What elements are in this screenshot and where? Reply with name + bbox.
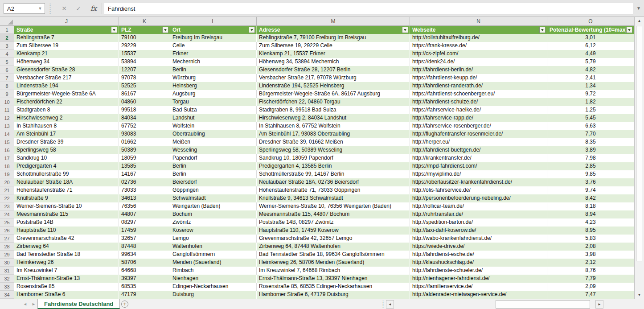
row-number[interactable]: 29 [0,251,14,259]
formula-bar-handle[interactable]: ⋮⋮ [47,3,53,14]
filter-icon[interactable] [111,27,117,33]
cell-adresse[interactable]: Grevenmarschstraße 42, 32657 Lemgo [257,235,410,243]
cell-webseite[interactable]: http://cs-zipfel.com/ [410,50,547,58]
cell-ort[interactable]: Berlin [170,66,257,74]
cell-adresse[interactable]: Rehlingstraße 7, 79100 Freiburg Im Breis… [257,34,410,42]
vscroll-up-icon[interactable]: ▲ [635,17,644,25]
cell-webseite[interactable]: http://rollstuhltaxifreiburg.de/ [410,34,547,42]
cell-plz[interactable]: 47179 [119,291,170,299]
cell-strasse[interactable]: Meesmannstraße 115 [14,210,119,218]
cell-plz[interactable]: 14167 [119,170,170,178]
row-number[interactable]: 19 [0,170,14,178]
cell-ort[interactable]: Rimbach [170,267,257,275]
cell-rating[interactable]: 3,76 [547,178,634,186]
cell-plz[interactable]: 34613 [119,194,170,202]
cell-plz[interactable]: 44807 [119,210,170,218]
cell-strasse[interactable]: Ernst-Thälmann-Straße 13 [14,275,119,283]
cell-ort[interactable]: Erkner [170,50,257,58]
cell-rating[interactable]: 2,41 [547,74,634,82]
cell-strasse[interactable]: Im Kreuzwinkel 7 [14,267,119,275]
cell-ort[interactable]: Landshut [170,114,257,122]
vscroll-down-icon[interactable]: ▼ [635,291,644,299]
cell-adresse[interactable]: Neulaubaer Straße 18A, 02736 Beiersdorf [257,178,410,186]
cell-plz[interactable]: 02736 [119,178,170,186]
cell-webseite[interactable]: http://fahrdienst-randerath.de/ [410,82,547,90]
cell-ort[interactable]: Bochum [170,210,257,218]
cell-webseite[interactable]: http://klaushuckschlag.de/ [410,259,547,267]
insert-function-icon[interactable]: fx [87,3,100,14]
cell-webseite[interactable]: http://fahrdienst-berlin.de/ [410,66,547,74]
hscroll-thumb[interactable] [496,300,590,309]
cell-strasse[interactable]: Rehlingstraße 7 [14,34,119,42]
hscroll-left-icon[interactable]: ◄ [386,300,394,309]
tab-scroll-handle[interactable]: ⋮⋮ [381,301,386,307]
cell-strasse[interactable]: Knüllstraße 9 [14,194,119,202]
cell-plz[interactable]: 13585 [119,162,170,170]
cell-plz[interactable]: 87448 [119,243,170,251]
cell-adresse[interactable]: Versbacher Straße 217, 97078 Würzburg [257,74,410,82]
cell-strasse[interactable]: Poststraße 14B [14,218,119,227]
row-number[interactable]: 2 [0,34,14,42]
cell-webseite[interactable]: http://wabo-krankenfahrdienst.de/ [410,235,547,243]
header-cell-adresse[interactable]: Adresse [257,26,410,34]
cell-webseite[interactable]: http://spedition-barton.de/ [410,218,547,227]
cell-strasse[interactable]: Bad Tennstedter Straße 18 [14,251,119,259]
cell-rating[interactable]: 8,76 [547,267,634,275]
cell-webseite[interactable]: http://rollicar-team.de/ [410,202,547,210]
cell-strasse[interactable]: Sandkrug 10 [14,154,119,162]
cell-rating[interactable]: 3,01 [547,34,634,42]
cell-adresse[interactable]: Zum Silbersee 19, 29229 Celle [257,42,410,50]
cell-webseite[interactable]: https://fahrdienst-schoenberger.eu/ [410,90,547,98]
row-number[interactable]: 34 [0,291,14,299]
cell-ort[interactable]: Celle [170,42,257,50]
formula-expand-icon[interactable]: ▼ [635,4,643,12]
row-number[interactable]: 4 [0,50,14,58]
filter-icon[interactable] [249,27,255,33]
cell-strasse[interactable]: Versbacher Straße 217 [14,74,119,82]
cell-ort[interactable]: Duisburg [170,291,257,299]
row-number[interactable]: 9 [0,90,14,98]
row-number[interactable]: 18 [0,162,14,170]
cell-plz[interactable]: 39397 [119,275,170,283]
cell-strasse[interactable]: Giesensdorfer Straße 28 [14,66,119,74]
header-cell-rating[interactable]: Potenzial-Bewertung (10=max) [547,26,634,34]
cell-webseite[interactable]: http://krankentransfer.de/ [410,154,547,162]
row-number[interactable]: 33 [0,283,14,291]
cell-adresse[interactable]: Poststraße 14B, 08297 Zwönitz [257,218,410,227]
cell-webseite[interactable]: https://frank-kresse.de/ [410,42,547,50]
cell-strasse[interactable]: Kienkamp 21 [14,50,119,58]
cell-strasse[interactable]: Bürgermeister-Wegele-Straße 6A [14,90,119,98]
cell-plz[interactable]: 08297 [119,218,170,227]
cell-adresse[interactable]: Fischerdörfchen 22, 04860 Torgau [257,98,410,106]
row-number[interactable]: 7 [0,74,14,82]
cell-adresse[interactable]: Hauptstraße 110, 17459 Koserow [257,227,410,235]
row-number[interactable]: 30 [0,259,14,267]
row-number[interactable]: 23 [0,202,14,210]
cell-webseite[interactable]: https://myviplimo.de/ [410,170,547,178]
cell-ort[interactable]: Berlin [170,170,257,178]
cell-strasse[interactable]: Höhenweg 34 [14,58,119,66]
cell-ort[interactable]: Koserow [170,227,257,235]
add-sheet-button[interactable]: + [121,301,128,308]
cell-rating[interactable]: 3,98 [547,251,634,259]
cell-ort[interactable]: Berlin [170,162,257,170]
cell-ort[interactable]: Wolfstein [170,122,257,130]
cell-rating[interactable]: 5,83 [547,235,634,243]
cell-rating[interactable]: 2,12 [547,259,634,267]
cell-ort[interactable]: Mechernich [170,58,257,66]
cell-webseite[interactable]: http://taxi-dahl-koserow.de/ [410,227,547,235]
cell-rating[interactable]: 8,18 [547,202,634,210]
sheet-nav-left-icon[interactable]: ◄ [23,302,27,306]
cell-adresse[interactable]: Sperlingsweg 58, 50389 Wesseling [257,146,410,154]
cell-ort[interactable]: Obertraubling [170,130,257,138]
cell-adresse[interactable]: Stadtgraben 8, 99518 Bad Sulza [257,106,410,114]
cell-adresse[interactable]: Predigergarten 4, 13585 Berlin [257,162,410,170]
filter-icon[interactable] [402,27,408,33]
row-number[interactable]: 11 [0,106,14,114]
row-number[interactable]: 32 [0,275,14,283]
row-number[interactable]: 6 [0,66,14,74]
cell-strasse[interactable]: In Stahlhausen 8 [14,122,119,130]
cell-plz[interactable]: 53894 [119,58,170,66]
cell-rating[interactable]: 7,79 [547,275,634,283]
cell-webseite[interactable]: http://flughafentransfer-rosenmeier.de/ [410,130,547,138]
